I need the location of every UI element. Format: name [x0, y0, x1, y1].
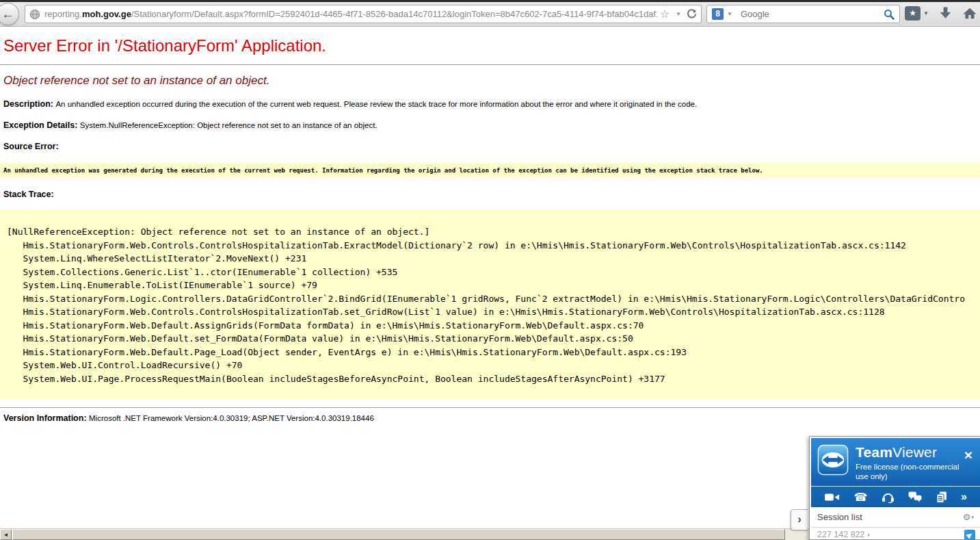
source-error-row: Source Error:	[3, 142, 980, 151]
exception-details-text: System.NullReferenceException: Object re…	[80, 121, 378, 129]
connect-button[interactable]	[964, 530, 975, 540]
url-domain: moh.gov.ge	[82, 9, 131, 19]
file-transfer-button[interactable]	[936, 491, 947, 503]
session-list-label: Session list	[817, 512, 862, 522]
partner-id-row[interactable]: 227 142 822 ▾	[811, 528, 980, 540]
stack-trace-label: Stack Trace:	[3, 190, 54, 199]
toolbar-buttons: ★ ▼	[905, 5, 977, 21]
search-input[interactable]: Google	[741, 9, 884, 19]
url-bar[interactable]: reporting.moh.gov.ge/Stationaryform/Defa…	[25, 5, 702, 23]
google-favicon-icon[interactable]: 8	[712, 8, 724, 20]
teamviewer-header: TeamViewer Free license (non-commercial …	[811, 438, 980, 486]
pages-icon	[936, 491, 947, 503]
teamviewer-license-text: Free license (non-commercial use only)	[856, 462, 965, 481]
back-button[interactable]: ←	[0, 3, 19, 25]
video-call-button[interactable]	[825, 492, 840, 502]
exception-details-row: Exception Details: System.NullReferenceE…	[3, 120, 980, 130]
source-error-box: An unhandled exception was generated dur…	[0, 163, 980, 178]
teamviewer-title: TeamViewer	[856, 444, 965, 461]
phone-call-button[interactable]: ☎	[854, 491, 868, 504]
stack-trace-line: Hmis.StationaryForm.Logic.Controllers.Da…	[7, 292, 980, 306]
description-text: An unhandled exception occurred during t…	[55, 100, 697, 108]
teamviewer-panel: TeamViewer Free license (non-commercial …	[809, 436, 980, 540]
version-info-row: Version Information: Microsoft .NET Fram…	[3, 413, 980, 423]
stack-trace-box: [NullReferenceException: Object referenc…	[0, 209, 980, 399]
search-box[interactable]: 8 ▼ Google	[706, 5, 900, 23]
stack-trace-line: Hmis.StationaryForm.Web.Controls.Control…	[7, 239, 980, 253]
description-row: Description: An unhandled exception occu…	[3, 99, 980, 109]
teamviewer-collapse-handle[interactable]: ›	[791, 509, 808, 530]
bookmarks-star-icon: ★	[909, 8, 916, 18]
download-arrow-icon	[938, 5, 953, 21]
stack-trace-line: Hmis.StationaryForm.Web.Default.set_Form…	[7, 332, 980, 346]
divider	[0, 64, 980, 65]
description-label: Description:	[3, 99, 55, 109]
chat-button[interactable]	[908, 491, 922, 502]
stack-trace-line: System.Linq.Enumerable.ToList(IEnumerabl…	[7, 279, 980, 292]
url-path: /Stationaryform/Default.aspx?formID=2592…	[131, 9, 657, 19]
chat-bubbles-icon	[908, 491, 922, 502]
session-settings-button[interactable]: ⚙▾	[963, 512, 974, 522]
browser-toolbar: ← reporting.moh.gov.ge/Stationaryform/De…	[0, 2, 980, 27]
teamviewer-title-block: TeamViewer Free license (non-commercial …	[856, 444, 965, 486]
back-arrow-icon: ←	[1, 7, 14, 21]
error-subtitle: Object reference not set to an instance …	[3, 74, 980, 88]
url-text[interactable]: reporting.moh.gov.ge/Stationaryform/Defa…	[44, 9, 657, 19]
version-info-text: Microsoft .NET Framework Version:4.0.303…	[89, 414, 374, 422]
stack-trace-line: [NullReferenceException: Object referenc…	[7, 225, 980, 239]
partner-id-caret-icon[interactable]: ▾	[868, 532, 871, 538]
url-subdomain: reporting.	[44, 9, 82, 19]
stack-trace-line: Hmis.StationaryForm.Web.Default.Page_Loa…	[7, 346, 980, 359]
scroll-left-button[interactable]: ◄	[0, 529, 12, 540]
stack-trace-line: System.Web.UI.Page.ProcessRequestMain(Bo…	[7, 372, 980, 386]
search-engine-dropdown-icon[interactable]: ▼	[727, 11, 732, 17]
close-icon[interactable]: ×	[964, 449, 972, 461]
exception-details-label: Exception Details:	[3, 120, 80, 130]
double-chevron-icon: »	[961, 491, 966, 503]
stack-trace-line: System.Web.UI.Control.LoadRecursive() +7…	[7, 359, 980, 372]
bookmark-star-icon[interactable]: ☆	[660, 8, 670, 21]
teamviewer-icon-bar: ☎ »	[811, 486, 980, 507]
chevron-right-icon: ›	[797, 513, 802, 526]
video-camera-icon	[825, 492, 840, 502]
source-error-label: Source Error:	[3, 142, 59, 151]
gear-caret-icon: ▾	[971, 515, 974, 520]
scrollbar-thumb[interactable]	[12, 529, 785, 540]
stack-trace-line: Hmis.StationaryForm.Web.Default.AssignGr…	[7, 319, 980, 333]
stack-trace-line: Hmis.StationaryForm.Web.Controls.Control…	[7, 305, 980, 319]
reload-icon	[687, 9, 697, 19]
page-title: Server Error in '/StationaryForm' Applic…	[3, 36, 980, 55]
home-icon	[962, 6, 977, 21]
urlbar-history-dropdown-icon[interactable]: ▼	[676, 11, 681, 17]
downloads-button[interactable]	[938, 5, 953, 21]
reload-button[interactable]	[687, 9, 697, 19]
site-favicon-globe-icon	[29, 9, 40, 20]
stack-trace-line: System.Collections.Generic.List`1..ctor(…	[7, 266, 980, 279]
phone-icon: ☎	[854, 491, 868, 504]
bookmarks-caret-icon: ▼	[923, 10, 929, 16]
teamviewer-logo	[817, 444, 849, 486]
divider	[0, 407, 980, 408]
version-info-label: Version Information:	[3, 413, 89, 423]
session-list-row: Session list ⚙▾	[811, 507, 980, 528]
more-actions-button[interactable]: »	[961, 491, 966, 503]
gear-icon: ⚙	[963, 512, 971, 522]
bookmarks-menu-button[interactable]: ★ ▼	[905, 6, 929, 21]
stack-trace-row: Stack Trace:	[3, 190, 980, 199]
home-button[interactable]	[962, 6, 977, 21]
stack-trace-line: System.Linq.WhereSelectListIterator`2.Mo…	[7, 252, 980, 266]
search-magnifier-icon[interactable]	[884, 9, 895, 20]
partner-id[interactable]: 227 142 822	[817, 530, 865, 539]
headset-icon	[882, 491, 895, 503]
voip-headset-button[interactable]	[882, 491, 895, 503]
scroll-left-arrow-icon: ◄	[3, 532, 9, 538]
